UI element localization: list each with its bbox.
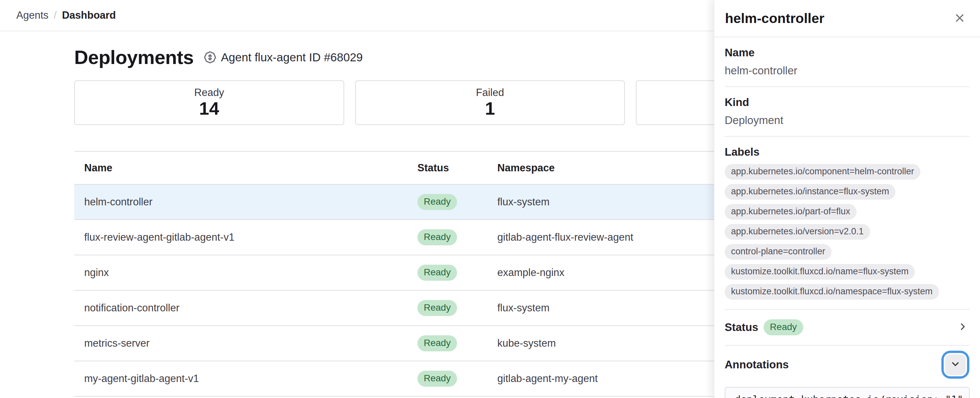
label-chip: kustomize.toolkit.fluxcd.io/name=flux-sy… (725, 264, 915, 280)
cell-status: Ready (417, 335, 497, 351)
label-chip: app.kubernetes.io/instance=flux-system (725, 184, 896, 200)
section-name: Name helm-controller (725, 37, 970, 87)
drawer-body: Name helm-controller Kind Deployment Lab… (714, 37, 980, 398)
section-annotations-heading: Annotations (725, 358, 789, 371)
status-badge: Ready (417, 229, 457, 245)
cell-name: nginx (74, 267, 417, 279)
summary-card-value: 1 (485, 99, 495, 118)
chevron-down-icon (950, 359, 960, 370)
drawer-title: helm-controller (725, 11, 824, 26)
section-labels: Labels app.kubernetes.io/component=helm-… (725, 137, 970, 310)
summary-card: Ready 14 (74, 80, 344, 125)
section-kind: Kind Deployment (725, 87, 970, 137)
cell-status: Ready (417, 194, 497, 210)
summary-card: Failed 1 (355, 80, 625, 125)
status-badge: Ready (417, 265, 457, 281)
cell-status: Ready (417, 300, 497, 316)
label-chip: app.kubernetes.io/part-of=flux (725, 204, 856, 220)
page-title: Deployments (74, 46, 194, 68)
section-annotations: Annotations deployment.kubernetes.io/rev… (725, 346, 970, 398)
cell-status: Ready (417, 371, 497, 387)
close-button[interactable] (952, 10, 967, 27)
status-badge: Ready (417, 335, 457, 351)
summary-card-label: Ready (194, 87, 224, 99)
section-name-value: helm-controller (725, 64, 970, 77)
agent-label: Agent flux-agent ID #68029 (221, 51, 363, 64)
breadcrumb-agents[interactable]: Agents (16, 10, 49, 21)
drawer-status-badge: Ready (764, 319, 803, 335)
breadcrumb-dashboard[interactable]: Dashboard (62, 10, 116, 21)
cell-status: Ready (417, 265, 497, 281)
agent-info: Agent flux-agent ID #68029 (203, 50, 363, 64)
annotations-code-block: deployment.kubernetes.io/revision: "1" (725, 387, 970, 398)
summary-card-value: 14 (199, 99, 219, 118)
section-name-heading: Name (725, 46, 970, 59)
status-expand-button[interactable] (956, 320, 970, 335)
label-chip: control-plane=controller (725, 244, 832, 260)
label-chip: app.kubernetes.io/version=v2.0.1 (725, 224, 870, 240)
labels-chip-list: app.kubernetes.io/component=helm-control… (725, 164, 970, 300)
section-kind-heading: Kind (725, 96, 970, 109)
agent-icon (203, 50, 217, 64)
status-badge: Ready (417, 194, 457, 210)
section-status-heading: Status (725, 321, 758, 334)
label-chip: kustomize.toolkit.fluxcd.io/namespace=fl… (725, 284, 939, 300)
cell-name: my-agent-gitlab-agent-v1 (74, 372, 417, 385)
breadcrumb-separator: / (54, 10, 57, 21)
drawer-header: helm-controller (714, 0, 980, 37)
cell-name: flux-review-agent-gitlab-agent-v1 (74, 231, 417, 243)
annotations-collapse-button[interactable] (945, 354, 966, 375)
cell-status: Ready (417, 229, 497, 245)
summary-card-label: Failed (476, 87, 504, 99)
detail-drawer: helm-controller Name helm-controller Kin… (714, 0, 980, 398)
cell-name: metrics-server (74, 337, 417, 349)
label-chip: app.kubernetes.io/component=helm-control… (725, 164, 920, 180)
section-kind-value: Deployment (725, 113, 970, 127)
column-header-name: Name (74, 162, 417, 174)
section-labels-heading: Labels (725, 145, 970, 159)
status-badge: Ready (417, 371, 457, 387)
deployments-page: Agents / Dashboard Deployments Agent flu… (0, 0, 980, 398)
cell-name: notification-controller (74, 302, 417, 314)
section-status: Status Ready (725, 310, 970, 346)
cell-name: helm-controller (74, 196, 417, 208)
column-header-status: Status (417, 162, 497, 174)
chevron-right-icon (958, 322, 968, 332)
close-icon (954, 12, 966, 25)
status-badge: Ready (417, 300, 457, 316)
